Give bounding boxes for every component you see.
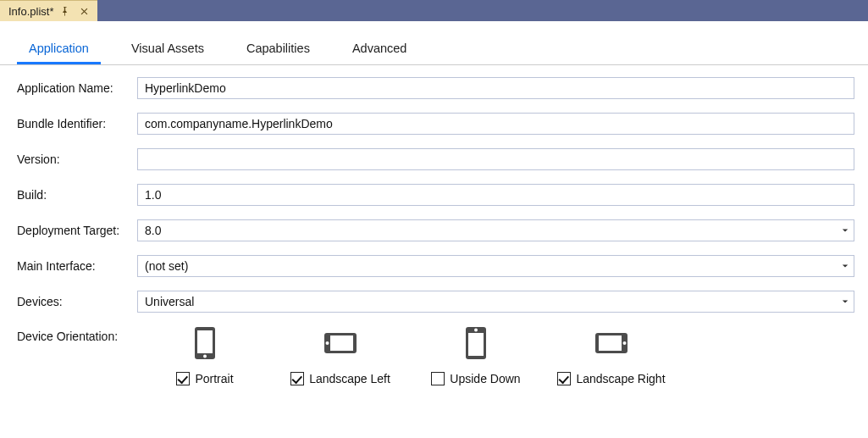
svg-point-11: [623, 341, 627, 345]
device-portrait-icon: [194, 326, 216, 360]
input-version[interactable]: [137, 148, 854, 170]
close-icon[interactable]: [76, 7, 92, 16]
tab-label: Visual Assets: [131, 42, 204, 55]
orientation-option-upside-down: Upside Down: [408, 326, 544, 385]
chevron-down-icon: [842, 298, 849, 305]
combo-value: 8.0: [145, 224, 161, 237]
combo-main-interface[interactable]: (not set): [137, 255, 854, 277]
row-deployment-target: Deployment Target: 8.0: [17, 219, 854, 241]
label-devices: Devices:: [17, 295, 137, 308]
input-application-name[interactable]: [137, 77, 854, 99]
tab-label: Advanced: [352, 42, 407, 55]
device-landscape-right-icon: [594, 326, 628, 360]
row-build: Build:: [17, 184, 854, 206]
orientation-option-landscape-left: Landscape Left: [273, 326, 408, 385]
label-build: Build:: [17, 188, 137, 202]
tab-label: Application: [29, 42, 89, 55]
checkbox-label: Portrait: [195, 372, 233, 385]
checkbox-icon: [557, 372, 571, 385]
tab-application[interactable]: Application: [17, 36, 101, 64]
svg-point-8: [474, 329, 478, 332]
checkbox-portrait[interactable]: Portrait: [176, 372, 233, 385]
pin-icon[interactable]: [60, 7, 69, 16]
row-bundle-identifier: Bundle Identifier:: [17, 113, 854, 135]
file-tab-title: Info.plist*: [8, 5, 53, 18]
checkbox-landscape-left[interactable]: Landscape Left: [290, 372, 390, 385]
tab-visual-assets[interactable]: Visual Assets: [119, 36, 216, 64]
label-version: Version:: [17, 152, 137, 166]
input-bundle-identifier[interactable]: [137, 113, 854, 135]
checkbox-label: Upside Down: [450, 372, 520, 385]
orientation-option-landscape-right: Landscape Right: [544, 326, 679, 385]
row-version: Version:: [17, 148, 854, 170]
row-device-orientation: Device Orientation: Portrait Landscape L…: [17, 326, 854, 385]
checkbox-label: Landscape Left: [309, 372, 390, 385]
row-devices: Devices: Universal: [17, 291, 854, 313]
device-landscape-left-icon: [323, 326, 357, 360]
tab-capabilities[interactable]: Capabilities: [235, 36, 322, 64]
svg-point-5: [326, 341, 329, 345]
checkbox-landscape-right[interactable]: Landscape Right: [557, 372, 665, 385]
chevron-down-icon: [842, 263, 849, 269]
label-main-interface: Main Interface:: [17, 259, 137, 273]
orientation-option-portrait: Portrait: [137, 326, 273, 385]
label-deployment-target: Deployment Target:: [17, 224, 137, 237]
label-application-name: Application Name:: [17, 81, 137, 95]
tab-label: Capabilities: [246, 42, 310, 55]
title-bar: Info.plist*: [0, 0, 868, 21]
file-tab[interactable]: Info.plist*: [0, 0, 97, 21]
tab-advanced[interactable]: Advanced: [340, 36, 419, 64]
combo-value: Universal: [145, 295, 194, 308]
row-main-interface: Main Interface: (not set): [17, 255, 854, 277]
svg-point-2: [203, 355, 207, 358]
label-device-orientation: Device Orientation:: [17, 326, 137, 343]
svg-rect-7: [468, 333, 484, 356]
checkbox-icon: [290, 372, 304, 385]
checkbox-icon: [431, 372, 445, 385]
editor-tabs: Application Visual Assets Capabilities A…: [0, 21, 868, 65]
checkbox-icon: [176, 372, 190, 385]
input-build[interactable]: [137, 184, 854, 206]
orientation-options: Portrait Landscape Left Upside Dow: [137, 326, 854, 385]
svg-rect-10: [599, 335, 622, 351]
device-upside-down-icon: [465, 326, 487, 360]
row-application-name: Application Name:: [17, 77, 854, 99]
combo-devices[interactable]: Universal: [137, 291, 854, 313]
checkbox-upside-down[interactable]: Upside Down: [431, 372, 520, 385]
svg-rect-4: [330, 335, 353, 351]
label-bundle-identifier: Bundle Identifier:: [17, 117, 137, 130]
combo-value: (not set): [145, 259, 188, 273]
svg-rect-1: [197, 330, 213, 353]
combo-deployment-target[interactable]: 8.0: [137, 219, 854, 241]
form-application: Application Name: Bundle Identifier: Ver…: [0, 65, 868, 385]
checkbox-label: Landscape Right: [576, 372, 665, 385]
chevron-down-icon: [842, 227, 849, 234]
